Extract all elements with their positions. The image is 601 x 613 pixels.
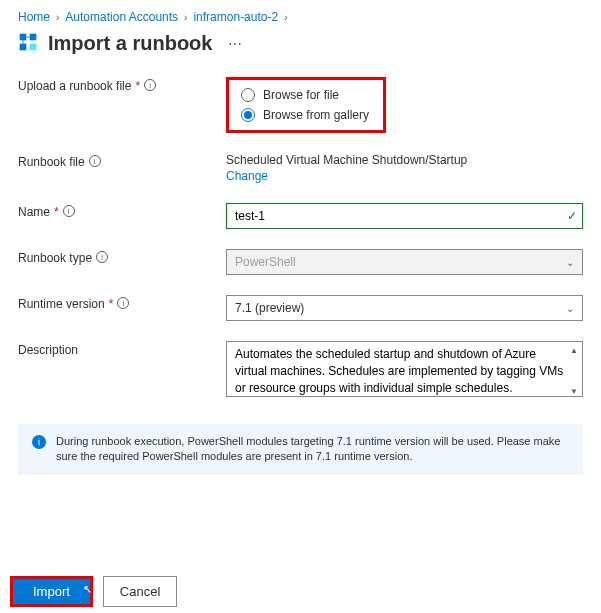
svg-rect-3 bbox=[30, 44, 37, 51]
footer: Import ↖ Cancel bbox=[0, 570, 601, 613]
change-link[interactable]: Change bbox=[226, 169, 583, 183]
info-icon[interactable]: i bbox=[89, 155, 101, 167]
name-input[interactable] bbox=[226, 203, 583, 229]
info-icon[interactable]: i bbox=[96, 251, 108, 263]
scroll-down-icon[interactable]: ▼ bbox=[568, 385, 580, 397]
runbook-icon bbox=[18, 32, 38, 55]
name-label: Name* i bbox=[18, 203, 226, 229]
radio-icon bbox=[241, 108, 255, 122]
info-icon[interactable]: i bbox=[117, 297, 129, 309]
runbook-file-label: Runbook file i bbox=[18, 153, 226, 183]
title-row: Import a runbook ⋯ bbox=[18, 32, 583, 55]
upload-radio-group: Browse for file Browse from gallery bbox=[226, 77, 386, 133]
chevron-right-icon: › bbox=[56, 12, 59, 23]
chevron-right-icon: › bbox=[184, 12, 187, 23]
upload-label: Upload a runbook file* i bbox=[18, 77, 226, 133]
runbook-type-select: PowerShell ⌄ bbox=[226, 249, 583, 275]
breadcrumb-home[interactable]: Home bbox=[18, 10, 50, 24]
callout-text: During runbook execution, PowerShell mod… bbox=[56, 434, 569, 465]
info-callout: i During runbook execution, PowerShell m… bbox=[18, 424, 583, 475]
chevron-down-icon: ⌄ bbox=[566, 303, 574, 314]
cancel-button[interactable]: Cancel bbox=[103, 576, 177, 607]
radio-icon bbox=[241, 88, 255, 102]
breadcrumb-automation[interactable]: Automation Accounts bbox=[65, 10, 178, 24]
runtime-select[interactable]: 7.1 (preview) ⌄ bbox=[226, 295, 583, 321]
info-icon: i bbox=[32, 435, 46, 449]
svg-rect-0 bbox=[20, 34, 27, 41]
svg-rect-1 bbox=[30, 34, 37, 41]
breadcrumb-account[interactable]: inframon-auto-2 bbox=[193, 10, 278, 24]
description-label: Description bbox=[18, 341, 226, 400]
radio-browse-gallery[interactable]: Browse from gallery bbox=[241, 108, 371, 122]
scroll-up-icon[interactable]: ▲ bbox=[568, 344, 580, 356]
breadcrumb: Home › Automation Accounts › inframon-au… bbox=[18, 10, 583, 24]
more-menu[interactable]: ⋯ bbox=[222, 36, 248, 52]
description-textarea[interactable]: Automates the scheduled startup and shut… bbox=[226, 341, 583, 397]
svg-rect-2 bbox=[20, 44, 27, 51]
radio-label: Browse for file bbox=[263, 88, 339, 102]
radio-label: Browse from gallery bbox=[263, 108, 369, 122]
checkmark-icon: ✓ bbox=[567, 209, 577, 223]
runtime-label: Runtime version* i bbox=[18, 295, 226, 321]
runbook-file-value: Scheduled Virtual Machine Shutdown/Start… bbox=[226, 153, 583, 167]
page-title: Import a runbook bbox=[48, 32, 212, 55]
info-icon[interactable]: i bbox=[144, 79, 156, 91]
chevron-right-icon: › bbox=[284, 12, 287, 23]
chevron-down-icon: ⌄ bbox=[566, 257, 574, 268]
runbook-type-label: Runbook type i bbox=[18, 249, 226, 275]
import-button[interactable]: Import ↖ bbox=[13, 579, 90, 604]
radio-browse-file[interactable]: Browse for file bbox=[241, 88, 371, 102]
info-icon[interactable]: i bbox=[63, 205, 75, 217]
cursor-icon: ↖ bbox=[83, 583, 92, 596]
